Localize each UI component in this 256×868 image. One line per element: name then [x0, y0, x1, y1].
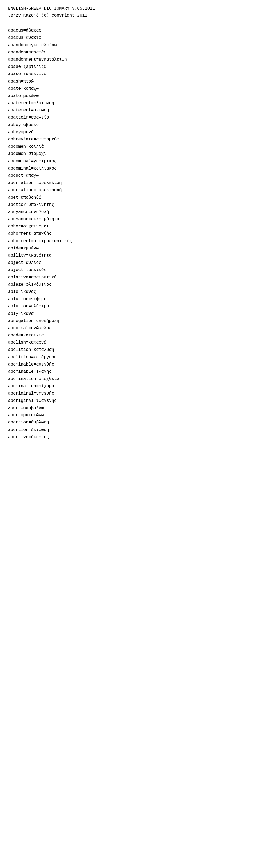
header-title: ENGLISH-GREEK DICTIONARY V.05.2011 [8, 5, 248, 12]
dictionary-entry: able=ικανός [8, 288, 248, 296]
dictionary-entry: abhor=σιχαίνομαι [8, 223, 248, 230]
dictionary-entry: abase=ξεφτιλίζω [8, 63, 248, 70]
dictionary-entry: abdominal=κοιλιακός [8, 165, 248, 172]
dictionary-entry: abase=ταπεινώνω [8, 70, 248, 78]
dictionary-entry: abdomen=κοιλιά [8, 143, 248, 150]
dictionary-entry: abort=ματαιώνω [8, 412, 248, 419]
dictionary-entry: abettor=υποκινητής [8, 201, 248, 209]
dictionary-entry: abolish=καταργώ [8, 339, 248, 346]
dictionary-entry: abode=κατοικία [8, 332, 248, 339]
dictionary-entry: abide=εμμένω [8, 245, 248, 252]
dictionary-entry: abacus=άβακας [8, 27, 248, 34]
dictionary-entry: abominable=εναγής [8, 368, 248, 375]
dictionary-entry: abject=άθλιος [8, 259, 248, 267]
dictionary-entry: abolition=κατάργηση [8, 354, 248, 361]
dictionary-entry: abduct=απάγω [8, 172, 248, 179]
dictionary-entry: aboriginal=ιθαγενής [8, 397, 248, 404]
dictionary-entry: abandon=παρατάω [8, 49, 248, 56]
dictionary-entry: abash=πτοώ [8, 78, 248, 85]
dictionary-entry: ablaze=φλεγόμενος [8, 281, 248, 288]
dictionary-entry: ablution=νίψιμο [8, 296, 248, 303]
dictionary-entry: abate=κοπάζω [8, 85, 248, 92]
dictionary-entry: abdomen=στομάχι [8, 150, 248, 157]
dictionary-entry: abortion=έκτρωση [8, 426, 248, 434]
dictionary-entry: abate=μειώνω [8, 92, 248, 100]
dictionary-entry: abeyance=εκκρεμότητα [8, 216, 248, 223]
dictionary-entry: abandon=εγκαταλείπω [8, 42, 248, 49]
dictionary-entry: ablative=αφαιρετική [8, 274, 248, 281]
dictionary-entry: abolition=κατάλυση [8, 346, 248, 353]
dictionary-entry: abbey=αβαείο [8, 122, 248, 129]
dictionary-entry: ability=ικανότητα [8, 252, 248, 259]
dictionary-entry: abet=υποβοηθώ [8, 194, 248, 201]
dictionary-entry: abatement=ελάττωση [8, 100, 248, 107]
dictionary-entry: ablution=πλύσιμο [8, 303, 248, 310]
dictionary-entry: abhorrent=αποτροπιαστικός [8, 238, 248, 245]
dictionary-entry: abortion=άμβλωση [8, 419, 248, 426]
dictionary-entry: abominable=απεχθής [8, 361, 248, 368]
dictionary-entry: aberration=παρέκκλιση [8, 179, 248, 187]
dictionary-entry: abacus=αβάκιο [8, 34, 248, 41]
dictionary-entry: abnormal=ανώμαλος [8, 325, 248, 332]
dictionary-entry: abhorrent=απεχθής [8, 230, 248, 237]
dictionary-entry: abject=ταπεινός [8, 267, 248, 274]
dictionary-content: abacus=άβακαςabacus=αβάκιοabandon=εγκατα… [8, 27, 248, 441]
dictionary-entry: abomination=απέχθεια [8, 375, 248, 382]
dictionary-entry: abbey=μονή [8, 129, 248, 136]
dictionary-entry: aboriginal=γηγενής [8, 390, 248, 397]
dictionary-entry: abdominal=γαστρικός [8, 158, 248, 165]
header-copyright: Jerzy Kazojć (c) copyright 2011 [8, 12, 248, 19]
dictionary-entry: abandonment=εγκατάλειψη [8, 56, 248, 63]
dictionary-entry: aberration=παρεκτροπή [8, 187, 248, 194]
dictionary-entry: abnegation=αποκήρυξη [8, 317, 248, 325]
page-header: ENGLISH-GREEK DICTIONARY V.05.2011 Jerzy… [8, 5, 248, 19]
dictionary-entry: abort=αποβάλλω [8, 404, 248, 412]
dictionary-entry: abeyance=αναβολή [8, 209, 248, 216]
dictionary-entry: abatement=μείωση [8, 107, 248, 114]
dictionary-entry: abomination=σίχαμα [8, 382, 248, 390]
dictionary-entry: abbreviate=συντομεύω [8, 136, 248, 143]
dictionary-entry: abortive=άκαρπος [8, 434, 248, 441]
dictionary-entry: abattoir=σφαγείο [8, 114, 248, 121]
dictionary-entry: ably=ικανά [8, 310, 248, 317]
